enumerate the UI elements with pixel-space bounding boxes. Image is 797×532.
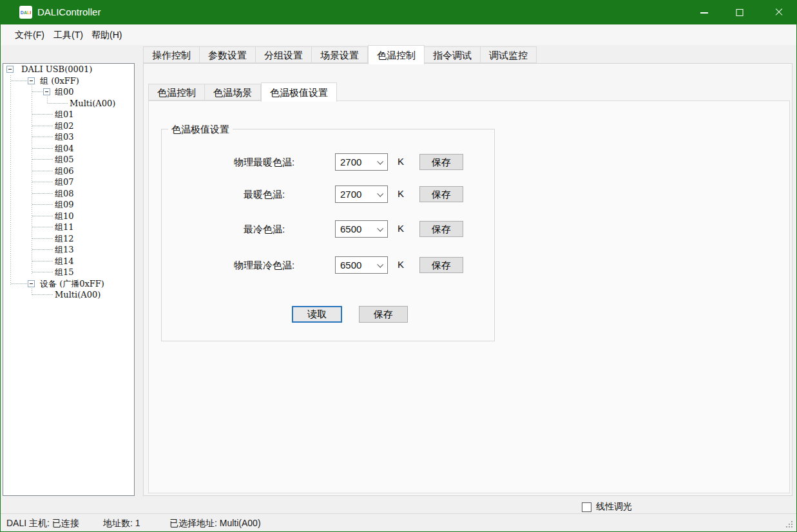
minimize-button[interactable]	[689, 0, 719, 24]
cct-extremes-page: 色温极值设置 物理最暖色温: 2700 K 保存 最暖色温: 2700 K 保存…	[148, 100, 790, 493]
status-address-count: 地址数: 1	[103, 517, 140, 529]
tree-item-group10[interactable]: 组10	[3, 211, 134, 222]
groupbox-title: 色温极值设置	[168, 124, 233, 136]
resize-grip-icon[interactable]	[786, 521, 794, 529]
tree-item-group15[interactable]: 组15	[3, 267, 134, 278]
subtab-cct-control[interactable]: 色温控制	[148, 84, 205, 100]
coolest-cct-combobox[interactable]: 6500	[335, 220, 388, 238]
tree-item-device-multi-a00[interactable]: Multi(A00)	[3, 289, 134, 301]
chevron-down-icon[interactable]	[377, 158, 383, 165]
warmest-cct-label: 最暖色温:	[212, 188, 316, 201]
tree-item-multi-a00[interactable]: Multi(A00)	[3, 98, 134, 109]
tree-item-group00[interactable]: 组00	[3, 86, 134, 98]
tree-collapse-icon[interactable]	[28, 77, 35, 84]
window-title: DALIController	[37, 0, 101, 24]
tab-debug-monitor[interactable]: 调试监控	[481, 46, 537, 63]
dali-logo-icon: DALI	[19, 6, 32, 19]
save-button[interactable]: 保存	[419, 257, 463, 273]
combo-value: 2700	[340, 189, 361, 200]
kelvin-unit-label: K	[398, 258, 413, 271]
linear-dimming-option: 线性调光	[582, 501, 632, 513]
warmest-cct-combobox[interactable]: 2700	[335, 185, 388, 203]
combo-value: 2700	[340, 157, 361, 167]
kelvin-unit-label: K	[398, 187, 413, 200]
tree-item-group12[interactable]: 组12	[3, 233, 134, 245]
maximize-button[interactable]	[725, 0, 754, 24]
save-button[interactable]: 保存	[419, 221, 463, 237]
physical-warmest-cct-combobox[interactable]: 2700	[335, 153, 388, 171]
menu-file[interactable]: 文件(F)	[12, 24, 47, 45]
tree-collapse-icon[interactable]	[43, 88, 50, 95]
tab-parameter-settings[interactable]: 参数设置	[200, 46, 256, 63]
menu-help[interactable]: 帮助(H)	[89, 24, 124, 45]
status-host: DALI 主机: 已连接	[6, 517, 79, 529]
tree-item-group11[interactable]: 组11	[3, 222, 134, 233]
tree-item-group09[interactable]: 组09	[3, 199, 134, 211]
physical-warmest-cct-label: 物理最暖色温:	[212, 156, 316, 169]
tree-item-group04[interactable]: 组04	[3, 143, 134, 155]
chevron-down-icon[interactable]	[377, 261, 383, 268]
physical-coolest-cct-combobox[interactable]: 6500	[335, 256, 388, 274]
tree-item-group07[interactable]: 组07	[3, 176, 134, 188]
tab-command-debug[interactable]: 指令调试	[425, 46, 481, 63]
tree-item-group06[interactable]: 组06	[3, 166, 134, 177]
tree-item-dali-usb[interactable]: DALI USB(0001)	[3, 64, 134, 75]
cct-sub-tab-bar: 色温控制 色温场景 色温极值设置	[148, 82, 337, 102]
save-button[interactable]: 保存	[419, 154, 463, 170]
combo-value: 6500	[340, 260, 361, 271]
cct-extremes-groupbox: 色温极值设置 物理最暖色温: 2700 K 保存 最暖色温: 2700 K 保存…	[161, 129, 495, 341]
maximize-icon	[736, 9, 744, 16]
tab-scene-settings[interactable]: 场景设置	[312, 46, 368, 63]
read-button[interactable]: 读取	[292, 306, 342, 323]
tree-item-group05[interactable]: 组05	[3, 154, 134, 166]
linear-dimming-label: 线性调光	[596, 501, 632, 513]
minimize-icon	[700, 12, 708, 14]
tree-item-group03[interactable]: 组03	[3, 131, 134, 143]
close-button[interactable]	[760, 0, 797, 24]
close-icon	[774, 8, 783, 17]
subtab-cct-scene[interactable]: 色温场景	[205, 84, 261, 100]
tab-operation-control[interactable]: 操作控制	[143, 46, 200, 63]
status-selected-address: 已选择地址: Multi(A00)	[169, 517, 261, 529]
status-bar: DALI 主机: 已连接 地址数: 1 已选择地址: Multi(A00)	[0, 513, 797, 532]
tree-item-group14[interactable]: 组14	[3, 256, 134, 267]
tree-item-group-root[interactable]: 组 (0xFF)	[3, 75, 134, 87]
chevron-down-icon[interactable]	[377, 225, 383, 232]
tree-collapse-icon[interactable]	[6, 66, 14, 73]
subtab-cct-extremes[interactable]: 色温极值设置	[261, 82, 337, 102]
tab-grouping-settings[interactable]: 分组设置	[256, 46, 312, 63]
tree-item-group08[interactable]: 组08	[3, 188, 134, 200]
menu-tools[interactable]: 工具(T)	[51, 24, 86, 45]
device-tree-panel: DALI USB(0001) 组 (0xFF) 组00 Multi(A00) 组…	[3, 63, 135, 496]
linear-dimming-checkbox[interactable]	[582, 502, 591, 512]
physical-coolest-cct-label: 物理最冷色温:	[212, 259, 316, 272]
save-all-button[interactable]: 保存	[359, 306, 408, 323]
tree-item-device-broadcast[interactable]: 设备 (广播0xFF)	[3, 278, 134, 290]
app-window: DALI DALIController 文件(F) 工具(T) 帮助(H) DA…	[0, 0, 797, 532]
tree-item-group13[interactable]: 组13	[3, 244, 134, 256]
kelvin-unit-label: K	[398, 222, 413, 235]
main-tab-bar: 操作控制 参数设置 分组设置 场景设置 色温控制 指令调试 调试监控	[143, 45, 537, 64]
tree-item-group02[interactable]: 组02	[3, 120, 134, 132]
save-button[interactable]: 保存	[419, 186, 463, 202]
tree-item-group01[interactable]: 组01	[3, 109, 134, 120]
menu-bar: 文件(F) 工具(T) 帮助(H)	[1, 24, 796, 45]
kelvin-unit-label: K	[398, 155, 413, 168]
chevron-down-icon[interactable]	[377, 191, 383, 197]
combo-value: 6500	[340, 223, 361, 234]
tab-color-temperature-control[interactable]: 色温控制	[368, 45, 425, 64]
coolest-cct-label: 最冷色温:	[212, 223, 316, 236]
title-bar[interactable]: DALI DALIController	[0, 0, 797, 24]
tree-collapse-icon[interactable]	[28, 280, 35, 287]
